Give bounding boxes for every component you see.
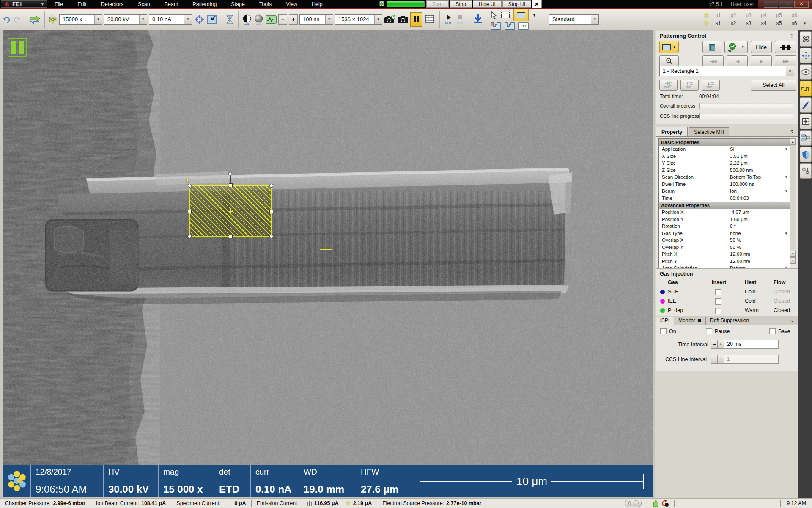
help-icon[interactable]: ? bbox=[790, 319, 793, 325]
chevron-down-icon[interactable]: ▼ bbox=[184, 15, 192, 24]
property-row[interactable]: BeamIon▼ bbox=[659, 188, 790, 195]
tab-property[interactable]: Property bbox=[656, 127, 688, 136]
insert-checkbox[interactable] bbox=[715, 289, 721, 295]
delete-pattern-button[interactable] bbox=[702, 41, 721, 53]
increment-icon[interactable]: + bbox=[718, 340, 724, 349]
protection-module-button[interactable] bbox=[800, 147, 812, 162]
menu-edit[interactable]: Edit bbox=[70, 1, 94, 7]
refresh-alert-icon[interactable]: i bbox=[661, 500, 669, 507]
ispi-save-checkbox[interactable]: Save bbox=[769, 328, 790, 334]
rectangle-pattern-tool-button[interactable] bbox=[513, 9, 529, 21]
detectors-module-button[interactable] bbox=[800, 64, 812, 80]
pointer-tool-icon[interactable] bbox=[491, 11, 497, 19]
ccs-line-interval-spinner[interactable]: − + 1 bbox=[711, 355, 779, 364]
resize-handle-n[interactable] bbox=[229, 183, 233, 187]
help-icon[interactable]: ? bbox=[790, 33, 793, 39]
resize-handle-sw[interactable] bbox=[188, 235, 192, 238]
selection-rect-tool-icon[interactable] bbox=[501, 12, 510, 18]
quad-view-icon[interactable] bbox=[424, 14, 436, 25]
scan-preset-select[interactable]: Standard ▼ bbox=[549, 14, 599, 25]
regular-cross-section-tool-icon[interactable] bbox=[505, 22, 515, 30]
chevron-down-icon[interactable]: ▼ bbox=[673, 45, 676, 49]
start-button[interactable]: Start bbox=[426, 0, 449, 8]
undo-icon[interactable] bbox=[3, 15, 11, 24]
increment-icon[interactable]: + bbox=[718, 355, 724, 364]
menu-stage[interactable]: Stage bbox=[224, 1, 252, 7]
preset-p5[interactable]: p5 bbox=[772, 12, 786, 18]
property-row[interactable]: X Size3.51 μm bbox=[659, 153, 790, 160]
scroll-up-icon[interactable]: ▲ bbox=[790, 139, 796, 145]
chevron-down-icon[interactable]: ▼ bbox=[532, 13, 536, 17]
move-to-pattern-button[interactable] bbox=[659, 80, 678, 91]
snapshot-timed-icon[interactable] bbox=[384, 14, 396, 25]
ccs-line-interval-input[interactable]: 1 bbox=[724, 355, 779, 364]
pattern-type-button[interactable]: ▼ bbox=[659, 41, 679, 53]
stop-button[interactable]: Stop bbox=[450, 0, 472, 8]
chevron-down-icon[interactable]: ▼ bbox=[739, 43, 745, 52]
stop-ui-button[interactable]: Stop UI bbox=[502, 0, 531, 8]
preset-s5[interactable]: s5 bbox=[772, 20, 786, 26]
cleaning-cross-section-tool-icon[interactable] bbox=[518, 22, 529, 30]
cross-section-tool-icon[interactable] bbox=[491, 22, 501, 30]
hide-patterns-button[interactable]: Hide bbox=[751, 41, 772, 53]
chevron-down-icon[interactable]: ▼ bbox=[803, 22, 807, 25]
resize-handle-ne[interactable] bbox=[269, 184, 273, 188]
preset-s2[interactable]: s2 bbox=[727, 20, 740, 26]
beam-current-select[interactable]: 0.10 nA ▼ bbox=[149, 14, 192, 25]
property-scrollbar[interactable]: ▲ ▼ = bbox=[790, 138, 796, 264]
resolution-select[interactable]: 1536 × 1024 ▼ bbox=[335, 14, 382, 25]
time-interval-spinner[interactable]: − + 20 ms bbox=[711, 340, 779, 349]
pattern-down-button[interactable] bbox=[702, 80, 720, 91]
resize-handle-e[interactable] bbox=[269, 210, 273, 213]
gis-module-button[interactable] bbox=[800, 97, 812, 113]
fei-logo-menu-button[interactable]: FEI ▼ bbox=[1, 0, 47, 8]
hourglass-beam-icon[interactable] bbox=[225, 14, 235, 25]
tab-drift-suppression[interactable]: Drift Suppression bbox=[706, 317, 753, 325]
contrast-icon[interactable] bbox=[242, 14, 252, 25]
videoscope-icon[interactable] bbox=[266, 15, 277, 24]
magnification-select[interactable]: 15000 x ▼ bbox=[59, 14, 102, 25]
chevron-down-icon[interactable]: ▼ bbox=[325, 15, 333, 24]
stop-patterning-icon[interactable] bbox=[455, 14, 465, 25]
chevron-down-icon[interactable]: ▼ bbox=[374, 15, 382, 24]
preset-p2[interactable]: p2 bbox=[727, 12, 740, 18]
previous-pattern-button[interactable]: ◀ bbox=[727, 55, 748, 66]
first-pattern-button[interactable]: ◀◀ bbox=[702, 55, 724, 66]
preset-p1[interactable]: p1 bbox=[711, 12, 725, 18]
property-row[interactable]: Time00:04:03 bbox=[659, 195, 790, 202]
start-patterning-icon[interactable] bbox=[443, 14, 453, 25]
property-row[interactable]: Rotation0 ° bbox=[659, 223, 790, 230]
message-counter[interactable]: 0 i bbox=[620, 500, 647, 507]
ispi-on-checkbox[interactable]: On bbox=[660, 328, 676, 334]
beam-toggle-icon[interactable] bbox=[28, 14, 41, 25]
hide-ui-button[interactable]: Hide UI bbox=[473, 0, 502, 8]
beam-control-module-button[interactable] bbox=[800, 31, 812, 47]
property-row[interactable]: Dwell Time100.000 ns bbox=[659, 181, 790, 188]
close-panel-button[interactable]: ✕ bbox=[532, 0, 542, 8]
menu-beam[interactable]: Beam bbox=[157, 1, 186, 7]
menu-detectors[interactable]: Detectors bbox=[94, 1, 131, 7]
resize-handle-s[interactable] bbox=[229, 235, 233, 238]
menu-patterning[interactable]: Patterning bbox=[185, 1, 224, 7]
time-interval-input[interactable]: 20 ms bbox=[724, 340, 779, 349]
insert-checkbox[interactable] bbox=[715, 308, 721, 314]
menu-scan[interactable]: Scan bbox=[131, 1, 157, 7]
dwell-time-select[interactable]: 100 ns ▼ bbox=[299, 14, 333, 25]
processing-module-button[interactable] bbox=[800, 130, 812, 146]
preset-s3[interactable]: s3 bbox=[742, 20, 755, 26]
property-row[interactable]: Overlap Y50 % bbox=[659, 244, 790, 251]
menu-file[interactable]: File bbox=[47, 1, 70, 7]
navigation-module-button[interactable] bbox=[800, 48, 812, 63]
decrement-icon[interactable]: − bbox=[711, 340, 718, 349]
last-pattern-button[interactable]: ▶▶ bbox=[775, 55, 796, 66]
crosshair-tool-icon[interactable] bbox=[194, 14, 205, 25]
chevron-down-icon[interactable]: ▼ bbox=[786, 66, 794, 76]
tab-monitor[interactable]: Monitor bbox=[674, 317, 706, 325]
preset-s6[interactable]: s6 bbox=[787, 20, 801, 26]
property-row[interactable]: Position Y1.60 μm bbox=[659, 216, 790, 224]
dwell-increase-button[interactable]: + bbox=[289, 14, 298, 25]
pause-acquisition-button[interactable] bbox=[410, 12, 422, 27]
chevron-down-icon[interactable]: ▼ bbox=[591, 15, 598, 24]
insert-pattern-icon[interactable] bbox=[472, 14, 483, 25]
alignment-module-button[interactable] bbox=[800, 114, 812, 129]
